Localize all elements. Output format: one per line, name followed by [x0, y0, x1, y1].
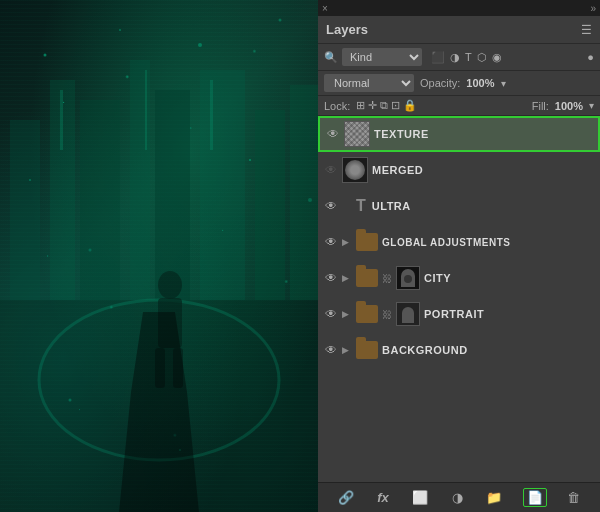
svg-rect-2	[80, 100, 120, 300]
layer-expand-portrait[interactable]: ▶	[342, 309, 352, 319]
svg-point-18	[119, 29, 121, 31]
layer-name-ultra: ULTRA	[372, 200, 594, 212]
lock-label: Lock:	[324, 100, 350, 112]
fill-dropdown-icon[interactable]: ▾	[589, 100, 594, 111]
svg-point-13	[158, 271, 182, 299]
layer-eye-background[interactable]: 👁	[324, 343, 338, 357]
filter-shape-icon[interactable]: ⬡	[476, 50, 488, 65]
toolbar-mask-button[interactable]: ⬜	[409, 488, 431, 507]
layer-thumb-merged	[342, 157, 368, 183]
layers-toolbar: 🔗 fx ⬜ ◑ 📁 📄 🗑	[318, 482, 600, 512]
toolbar-fx-button[interactable]: fx	[374, 488, 392, 507]
layer-eye-city[interactable]: 👁	[324, 271, 338, 285]
city-svg	[0, 0, 318, 512]
layer-item-background[interactable]: 👁 ▶ BACKGROUND	[318, 332, 600, 368]
svg-point-17	[44, 54, 47, 57]
panel-expand-button[interactable]: »	[590, 3, 596, 14]
filter-row: 🔍 Kind ⬛ ◑ T ⬡ ◉ ●	[318, 44, 600, 71]
svg-point-25	[69, 399, 72, 402]
layers-menu-icon[interactable]: ☰	[581, 23, 592, 37]
svg-point-22	[89, 249, 92, 252]
toolbar-adjustment-button[interactable]: ◑	[449, 488, 466, 507]
filter-image-icon[interactable]: ⬛	[430, 50, 446, 65]
layer-thumb-portrait-mask	[396, 302, 420, 326]
opacity-dropdown-icon[interactable]: ▾	[501, 78, 506, 89]
svg-point-20	[279, 19, 282, 22]
layer-item-city[interactable]: 👁 ▶ ⛓ CITY	[318, 260, 600, 296]
layers-panel: × » Layers ☰ 🔍 Kind ⬛ ◑ T ⬡ ◉ ●	[318, 0, 600, 512]
canvas-background	[0, 0, 318, 512]
layer-eye-portrait[interactable]: 👁	[324, 307, 338, 321]
svg-rect-5	[200, 70, 245, 300]
layer-name-global-adjustments: GLOBAL ADJUSTMENTS	[382, 237, 594, 248]
svg-point-26	[179, 449, 181, 451]
layer-expand-global-adjustments[interactable]: ▶	[342, 237, 352, 247]
layer-thumb-folder-portrait	[356, 305, 378, 323]
search-icon: 🔍	[324, 51, 338, 64]
svg-point-21	[29, 179, 31, 181]
svg-point-24	[308, 198, 312, 202]
lock-move-icon[interactable]: ✛	[368, 99, 377, 112]
layers-panel-body: Layers ☰ 🔍 Kind ⬛ ◑ T ⬡ ◉ ● Normal Opaci…	[318, 16, 600, 512]
toolbar-link-button[interactable]: 🔗	[335, 488, 357, 507]
fill-label: Fill:	[532, 100, 549, 112]
svg-rect-14	[158, 298, 182, 348]
toolbar-folder-button[interactable]: 📁	[483, 488, 505, 507]
toolbar-delete-button[interactable]: 🗑	[564, 488, 583, 507]
lock-position-icon[interactable]: ⊡	[391, 99, 400, 112]
svg-rect-8	[60, 90, 63, 150]
svg-rect-11	[0, 300, 318, 512]
layer-name-merged: MERGED	[372, 164, 594, 176]
panel-topbar: × »	[318, 0, 600, 16]
layer-item-global-adjustments[interactable]: 👁 ▶ GLOBAL ADJUSTMENTS	[318, 224, 600, 260]
layer-name-portrait: PORTRAIT	[424, 308, 594, 320]
lock-all-icon[interactable]: 🔒	[403, 99, 417, 112]
layer-expand-background[interactable]: ▶	[342, 345, 352, 355]
layer-thumb-folder-global-adjustments	[356, 233, 378, 251]
svg-rect-15	[155, 348, 165, 388]
layer-name-texture: TEXTURE	[374, 128, 592, 140]
layer-item-ultra[interactable]: 👁 T ULTRA	[318, 188, 600, 224]
layer-type-text-icon: T	[356, 197, 366, 215]
lock-icons: ⊞ ✛ ⧉ ⊡ 🔒	[356, 99, 417, 112]
opacity-label: Opacity:	[420, 77, 460, 89]
layer-chain-city: ⛓	[382, 273, 392, 284]
layer-thumb-folder-background	[356, 341, 378, 359]
svg-rect-10	[210, 80, 213, 150]
layer-eye-merged[interactable]: 👁	[324, 163, 338, 177]
layer-eye-global-adjustments[interactable]: 👁	[324, 235, 338, 249]
layer-eye-texture[interactable]: 👁	[326, 127, 340, 141]
layers-panel-header: Layers ☰	[318, 16, 600, 44]
blend-mode-row: Normal Opacity: 100% ▾	[318, 71, 600, 96]
layer-thumb-folder-city	[356, 269, 378, 287]
opacity-value: 100%	[466, 77, 494, 89]
panel-close-button[interactable]: ×	[322, 3, 328, 14]
layer-expand-city[interactable]: ▶	[342, 273, 352, 283]
svg-rect-6	[255, 110, 285, 300]
filter-toggle-icon[interactable]: ●	[587, 51, 594, 63]
layers-list: 👁 TEXTURE 👁 MERGED 👁 T ULTRA	[318, 116, 600, 482]
filter-smartobject-icon[interactable]: ◉	[491, 50, 503, 65]
lock-artboard-icon[interactable]: ⧉	[380, 99, 388, 112]
canvas-area	[0, 0, 318, 512]
layer-eye-ultra[interactable]: 👁	[324, 199, 338, 213]
layer-item-texture[interactable]: 👁 TEXTURE	[318, 116, 600, 152]
layer-item-portrait[interactable]: 👁 ▶ ⛓ PORTRAIT	[318, 296, 600, 332]
layers-panel-title: Layers	[326, 22, 368, 37]
layer-thumb-texture	[344, 121, 370, 147]
filter-icons: ⬛ ◑ T ⬡ ◉	[430, 50, 503, 65]
lock-pixels-icon[interactable]: ⊞	[356, 99, 365, 112]
filter-kind-select[interactable]: Kind	[342, 48, 422, 66]
layer-item-merged[interactable]: 👁 MERGED	[318, 152, 600, 188]
layer-thumb-city-mask	[396, 266, 420, 290]
svg-rect-9	[145, 70, 147, 150]
toolbar-new-layer-button[interactable]: 📄	[523, 488, 547, 507]
layer-name-background: BACKGROUND	[382, 344, 594, 356]
blend-mode-select[interactable]: Normal	[324, 74, 414, 92]
filter-adjustment-icon[interactable]: ◑	[449, 50, 461, 65]
filter-type-icon[interactable]: T	[464, 50, 473, 65]
svg-point-19	[198, 43, 202, 47]
svg-point-23	[249, 159, 251, 161]
svg-rect-16	[173, 348, 183, 388]
fill-value: 100%	[555, 100, 583, 112]
